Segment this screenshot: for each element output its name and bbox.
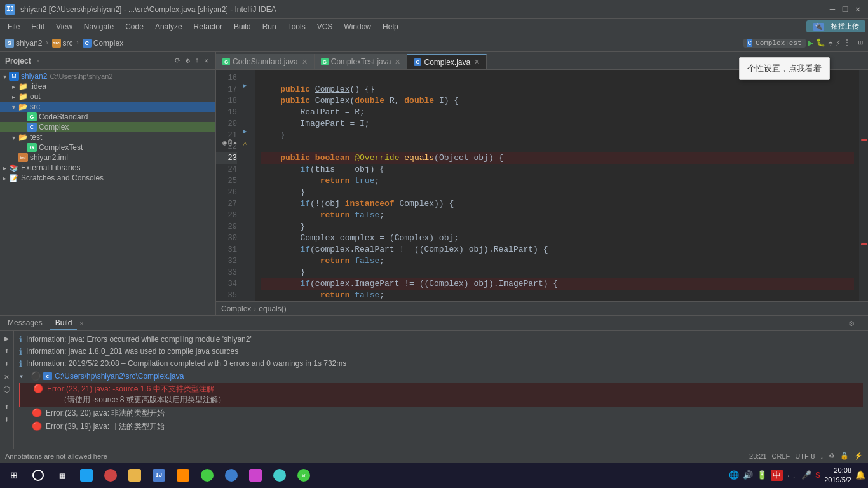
menu-vcs[interactable]: VCS [312,21,338,32]
menu-navigate[interactable]: Navigate [79,21,119,32]
notifications-button[interactable]: 🔔 [855,470,865,480]
breadcrumb-method[interactable]: equals() [259,304,286,313]
status-crlf[interactable]: CRLF [772,452,790,460]
minimize-button[interactable]: ─ [827,4,837,15]
tree-out[interactable]: ▸ 📁 out [0,92,215,102]
tab-codestandard-close[interactable]: ✕ [302,58,308,66]
run-button[interactable]: ▶ [808,37,813,48]
menu-tools[interactable]: Tools [283,21,311,32]
code-content[interactable]: public Complex() {} public Complex(doubl… [255,70,859,301]
tb-app-4[interactable] [172,464,194,487]
menu-view[interactable]: View [51,21,78,32]
plugin-button[interactable]: 🔌 拓插上传 [806,20,865,32]
menu-window[interactable]: Window [339,21,376,32]
tab-complex-close[interactable]: ✕ [474,58,480,66]
error-item-3[interactable]: 🔴 Error:(39, 19) java: 非法的类型开始 [19,420,863,433]
close-sidebar-button[interactable]: ✕ [202,56,210,65]
tab-codestandard[interactable]: G CodeStandard.java ✕ [216,54,315,69]
tree-idea[interactable]: ▸ 📁 .idea [0,81,215,92]
run-coverage-button[interactable]: ☂ [828,38,833,48]
file-path[interactable]: C:\Users\hp\shiyan2\src\Complex.java [55,372,184,381]
close-button[interactable]: ✕ [853,4,863,15]
nav-project[interactable]: S shiyan2 [5,39,42,48]
bottom-tool-minus[interactable]: — [858,318,865,329]
profile-button[interactable]: ⚡ [836,38,841,48]
settings-gear-icon[interactable]: ⚙ [184,56,192,65]
run-config[interactable]: C ComplexTest [743,39,805,48]
status-encoding[interactable]: UTF-8 [795,452,815,460]
tree-root[interactable]: ▾ M shiyan2 C:\Users\hp\shiyan2 [0,71,215,81]
tb-app-7[interactable] [244,464,267,487]
gutter-run-18[interactable]: ▶ [243,81,247,90]
menu-code[interactable]: Code [120,21,149,32]
layout-options[interactable]: ⊞ [858,38,863,48]
tree-src[interactable]: ▾ 📂 src [0,102,215,112]
more-run-options[interactable]: ⋮ [843,38,851,48]
gutter-warning-23[interactable]: ⚠ [243,139,248,149]
tb-app-8[interactable] [268,464,291,487]
info-icon-3: ℹ [19,359,22,369]
clock-date: 2019/5/2 [824,475,851,485]
tab-complex[interactable]: C Complex.java ✕ [407,54,487,69]
menu-refactor[interactable]: Refactor [189,21,227,32]
maximize-button[interactable]: □ [840,4,850,15]
menu-run[interactable]: Run [257,21,281,32]
gutter-action-run[interactable]: ◉ [222,139,227,147]
debug-button[interactable]: 🐛 [816,38,825,48]
tb-app-6[interactable] [220,464,243,487]
line-num-35: 35 [216,290,237,301]
collapse-button[interactable]: ⬇ [4,415,10,425]
nav-src[interactable]: src src [52,39,73,48]
tb-app-5[interactable] [196,464,219,487]
taskbar-clock[interactable]: 20:08 2019/5/2 [824,466,851,485]
menu-file[interactable]: File [3,21,25,32]
tb-app-1[interactable] [75,464,98,487]
menu-build[interactable]: Build [229,21,256,32]
status-sync-icon[interactable]: ♻ [829,452,835,460]
scroll-up-button[interactable]: ⬆ [4,346,10,356]
ime-icon[interactable]: 中 [771,470,783,481]
taskview-button[interactable]: ▦ [51,464,74,487]
tree-complex[interactable]: ▸ C Complex [0,122,215,132]
breadcrumb-complex[interactable]: Complex [221,304,251,313]
expand-button[interactable]: ↕ [193,56,201,65]
search-taskbar-button[interactable] [27,464,50,487]
tree-complextest[interactable]: ▸ G ComplexTest [0,142,215,152]
run-again-button[interactable]: ▶ [4,334,10,344]
tree-scratches[interactable]: ▸ 📝 Scratches and Consoles [0,173,215,183]
gutter-run-21[interactable]: ▶ [243,127,247,135]
tb-app-2[interactable] [99,464,122,487]
tree-codestandard[interactable]: ▸ G CodeStandard [0,112,215,122]
error-item-2[interactable]: 🔴 Error:(23, 20) java: 非法的类型开始 [19,407,863,420]
menu-analyze[interactable]: Analyze [150,21,187,32]
file-group-arrow[interactable]: ▾ [19,372,28,381]
code-line-32: return false; [261,255,854,267]
bottom-tab-messages[interactable]: Messages [3,317,48,330]
sidebar-dropdown[interactable]: ▾ [36,57,41,65]
bottom-tool-settings[interactable]: ⚙ [848,318,855,329]
tb-app-wechat[interactable]: W [292,464,315,487]
tree-iml[interactable]: ▸ iml shiyan2.iml [0,152,215,163]
bottom-tab-build-close[interactable]: ✕ [79,320,83,327]
filter-button[interactable]: ⬡ [3,384,10,395]
expand-button[interactable]: ⬆ [4,402,10,412]
tree-test[interactable]: ▾ 📂 test [0,132,215,142]
start-button[interactable]: ⊞ [3,464,25,487]
gutter-action-at[interactable]: @ [228,139,233,147]
gutter-action-arrow[interactable]: ▸ [233,139,238,147]
nav-file[interactable]: C Complex [83,39,123,48]
tab-complextest-close[interactable]: ✕ [395,58,400,66]
tb-app-3[interactable] [123,464,146,487]
clear-button[interactable]: ✕ [4,372,10,382]
error-item-1[interactable]: 🔴 Error:(23, 21) java: -source 1.6 中不支持类… [19,383,863,407]
menu-help[interactable]: Help [377,21,403,32]
status-position[interactable]: 23:21 [749,452,767,460]
tb-app-intellij[interactable]: IJ [147,464,170,487]
sync-button[interactable]: ⟳ [173,56,182,65]
tab-complextest[interactable]: G ComplexTest.java ✕ [315,54,408,69]
tree-external-libraries[interactable]: ▸ 📚 External Libraries [0,163,215,173]
editor-scrollbar[interactable] [859,70,868,301]
bottom-tab-build[interactable]: Build [50,317,78,330]
menu-edit[interactable]: Edit [26,21,50,32]
scroll-down-button[interactable]: ⬇ [4,359,10,369]
